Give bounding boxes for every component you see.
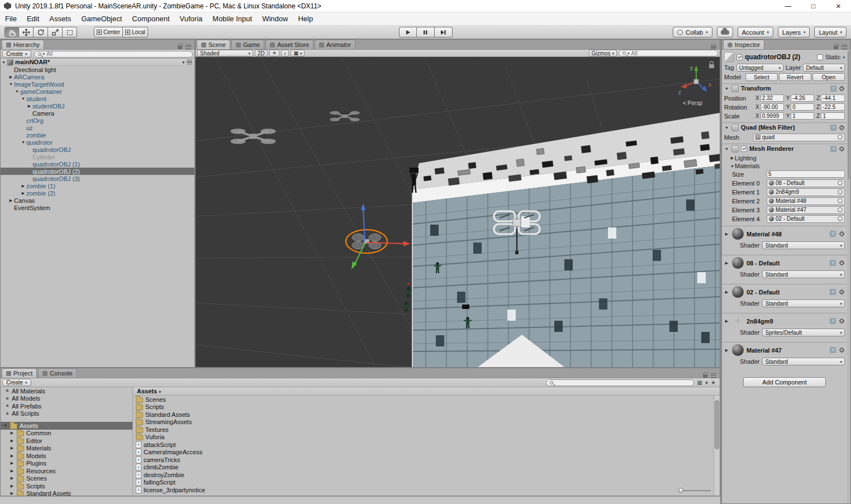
favorite-item[interactable]: ★All Materials bbox=[1, 387, 132, 395]
folder-item[interactable]: ▶Models bbox=[1, 452, 132, 460]
pivot-rotation-button[interactable]: Local bbox=[123, 27, 148, 37]
gear-icon[interactable] bbox=[839, 347, 845, 353]
component-enabled-checkbox[interactable] bbox=[741, 146, 747, 152]
hierarchy-item[interactable]: Directional light bbox=[1, 66, 194, 73]
hierarchy-create-button[interactable]: Create ▾ bbox=[2, 50, 31, 58]
help-icon[interactable]: ? bbox=[830, 347, 836, 353]
transform-rotation-x-field[interactable]: -90.00 bbox=[760, 103, 784, 111]
lock-icon[interactable] bbox=[178, 46, 182, 49]
gear-icon[interactable] bbox=[839, 125, 845, 131]
mesh-renderer-component-header[interactable]: ▼ Mesh Renderer ? bbox=[722, 144, 847, 153]
menu-window[interactable]: Window bbox=[257, 12, 293, 25]
close-button[interactable]: × bbox=[826, 0, 851, 12]
tab-console[interactable]: Console bbox=[38, 368, 77, 378]
asset-row[interactable]: Scripts bbox=[134, 403, 720, 411]
help-icon[interactable]: ? bbox=[830, 85, 836, 92]
scene-menu-icon[interactable] bbox=[187, 60, 192, 64]
object-picker-icon[interactable] bbox=[838, 189, 843, 194]
save-search-icon[interactable]: ★ bbox=[711, 380, 716, 386]
model-open-button[interactable]: Open bbox=[812, 73, 845, 81]
panel-menu-icon[interactable] bbox=[711, 45, 716, 49]
tab-animator[interactable]: Animator bbox=[315, 40, 355, 49]
hierarchy-item[interactable]: quadrotorOBJ (3) bbox=[1, 175, 194, 182]
hierarchy-item[interactable]: zombie bbox=[1, 131, 194, 139]
panel-menu-icon[interactable] bbox=[842, 45, 847, 49]
add-component-button[interactable]: Add Component bbox=[743, 377, 826, 387]
asset-row[interactable]: Textures bbox=[134, 426, 720, 434]
foldout-icon[interactable]: ▶ bbox=[9, 476, 15, 481]
lock-icon[interactable] bbox=[703, 374, 707, 378]
inspector-scrollbar[interactable] bbox=[847, 50, 850, 503]
hierarchy-item[interactable]: Camera bbox=[1, 110, 194, 117]
hierarchy-item[interactable]: ▶zombie (1) bbox=[1, 182, 194, 189]
rotate-tool-button[interactable] bbox=[34, 27, 48, 37]
favorite-item[interactable]: ★All Scripts bbox=[1, 410, 132, 418]
slider-track[interactable] bbox=[678, 490, 711, 491]
lock-icon[interactable] bbox=[834, 46, 838, 49]
material-element-field[interactable]: 02 - Default bbox=[767, 215, 845, 223]
help-icon[interactable]: ? bbox=[830, 146, 836, 152]
hierarchy-item[interactable]: uz bbox=[1, 124, 194, 131]
gear-icon[interactable] bbox=[839, 146, 845, 152]
search-by-label-icon[interactable]: ♦ bbox=[705, 380, 708, 386]
material-element-field[interactable]: 2n84gm9 bbox=[767, 188, 845, 196]
layers-dropdown[interactable]: Layers ▾ bbox=[778, 27, 810, 37]
help-icon[interactable]: ? bbox=[830, 231, 836, 237]
object-picker-icon[interactable] bbox=[838, 207, 843, 212]
move-tool-button[interactable] bbox=[19, 27, 34, 37]
mesh-filter-component-header[interactable]: ▼ Quad (Mesh Filter) ? bbox=[722, 122, 847, 132]
project-search-input[interactable] bbox=[546, 379, 694, 386]
folder-item[interactable]: ▶Plugins bbox=[1, 460, 132, 468]
foldout-icon[interactable]: ▶ bbox=[26, 104, 32, 108]
foldout-icon[interactable]: ▼ bbox=[724, 126, 729, 130]
object-picker-icon[interactable] bbox=[838, 216, 843, 221]
panel-menu-icon[interactable] bbox=[186, 45, 191, 49]
folder-item[interactable]: ▶Editor bbox=[1, 437, 132, 445]
menu-mobile-input[interactable]: Mobile Input bbox=[207, 12, 257, 25]
2d-toggle[interactable]: 2D bbox=[255, 50, 268, 56]
transform-rotation-z-field[interactable]: -22.5 bbox=[821, 103, 845, 111]
shader-dropdown[interactable]: Standard▾ bbox=[762, 299, 845, 307]
static-checkbox[interactable] bbox=[817, 54, 823, 60]
gear-icon[interactable] bbox=[839, 260, 845, 266]
mesh-object-field[interactable]: quad bbox=[753, 134, 845, 141]
folder-item[interactable]: ▶Common bbox=[1, 430, 132, 438]
menu-vuforia[interactable]: Vuforia bbox=[175, 12, 208, 25]
asset-row[interactable]: Scenes bbox=[134, 396, 720, 403]
scene-effects-dropdown[interactable]: ▦ ▾ bbox=[291, 50, 305, 56]
foldout-icon[interactable]: ▶ bbox=[724, 319, 729, 324]
panel-menu-icon[interactable] bbox=[711, 373, 716, 378]
model-select-button[interactable]: Select bbox=[745, 73, 778, 81]
tab-game[interactable]: Game bbox=[231, 40, 264, 49]
foldout-icon[interactable]: ▼ bbox=[14, 89, 20, 93]
gizmos-dropdown[interactable]: Gizmos ▾ bbox=[589, 50, 617, 56]
material-element-field[interactable]: Material #48 bbox=[767, 197, 845, 205]
transform-scale-x-field[interactable]: 0.9999 bbox=[760, 112, 784, 120]
asset-row[interactable]: #cameraTricks bbox=[134, 456, 720, 464]
folder-item[interactable]: ▶Scenes bbox=[1, 475, 132, 483]
help-icon[interactable]: ? bbox=[830, 260, 836, 266]
scene-audio-toggle[interactable]: ♪ bbox=[281, 50, 289, 56]
folder-item[interactable]: ▶Scripts bbox=[1, 482, 132, 490]
foldout-icon[interactable]: ▶ bbox=[20, 184, 26, 188]
foldout-icon[interactable]: ▶ bbox=[9, 484, 15, 488]
foldout-icon[interactable]: ▶ bbox=[9, 431, 15, 435]
shader-dropdown[interactable]: Standard▾ bbox=[762, 270, 845, 278]
scene-header-row[interactable]: ▼ mainNOAR* ▾ bbox=[1, 59, 194, 66]
transform-scale-z-field[interactable]: 1 bbox=[821, 112, 845, 120]
foldout-icon[interactable]: ▶ bbox=[9, 454, 15, 458]
asset-row[interactable]: #destroyZombie bbox=[134, 471, 720, 479]
hierarchy-item[interactable]: ▶studentOBJ bbox=[1, 102, 194, 110]
foldout-icon[interactable]: ▼ bbox=[724, 147, 729, 151]
transform-rotation-y-field[interactable]: 0 bbox=[791, 103, 814, 111]
foldout-icon[interactable]: ▶ bbox=[724, 348, 729, 353]
scale-tool-button[interactable] bbox=[48, 27, 63, 37]
tab-scene[interactable]: Scene bbox=[197, 40, 230, 49]
gear-icon[interactable] bbox=[839, 289, 845, 295]
tab-asset-store[interactable]: Asset Store bbox=[265, 40, 313, 49]
asset-row[interactable]: Vuforia bbox=[134, 434, 720, 441]
hierarchy-item[interactable]: ▼gameContainer bbox=[1, 88, 194, 95]
project-create-button[interactable]: Create ▾ bbox=[2, 379, 31, 386]
folder-item[interactable]: ▶Standard Assets bbox=[1, 490, 132, 496]
project-scrollbar[interactable] bbox=[714, 396, 720, 496]
